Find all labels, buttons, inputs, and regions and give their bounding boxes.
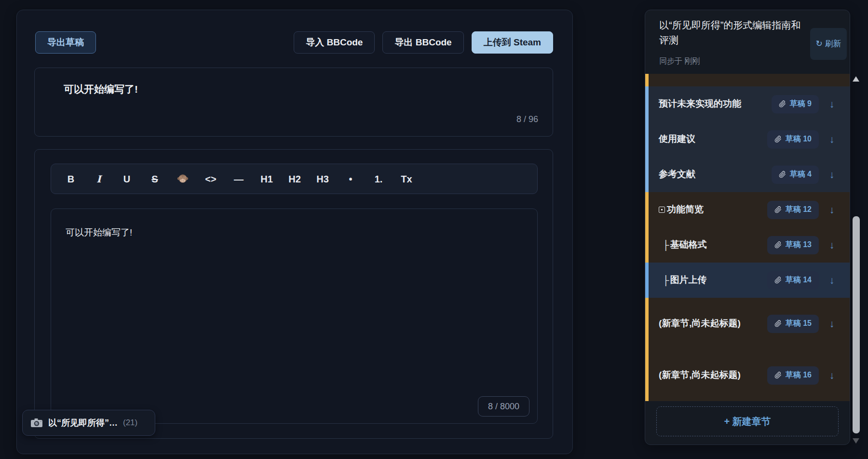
guide-title: 以“所见即所得”的形式编辑指南和评测 <box>659 18 806 48</box>
chapter-title: (新章节,尚未起标题) <box>659 317 745 331</box>
chapter-title: 预计未来实现的功能 <box>659 97 772 111</box>
paperclip-icon <box>779 100 786 108</box>
title-char-counter: 8 / 96 <box>516 114 538 125</box>
chapter-title: (新章节,尚未起标题) <box>659 368 745 382</box>
scroll-down-arrow-icon[interactable] <box>853 438 859 444</box>
format-toolbar: BIUS<>—H1H2H3•1.Tx <box>51 164 538 194</box>
title-text: 可以开始编写了! <box>64 83 138 96</box>
content-char-counter: 8 / 8000 <box>478 396 529 417</box>
title-input[interactable]: 可以开始编写了! 8 / 96 <box>34 68 553 137</box>
strikethrough-button[interactable]: S <box>141 169 169 189</box>
draft-badge-label: 草稿 10 <box>786 134 812 144</box>
draft-badge: 草稿 13 <box>767 236 819 254</box>
camera-icon <box>30 418 43 428</box>
draft-badge: 草稿 16 <box>767 366 819 385</box>
move-down-icon[interactable]: ↓ <box>822 169 842 181</box>
draft-tab-count: (21) <box>123 418 137 428</box>
draft-badge-label: 草稿 12 <box>786 205 812 215</box>
draft-badge: 草稿 4 <box>772 166 819 184</box>
new-chapter-button[interactable]: + 新建章节 <box>656 406 839 436</box>
chapter-title: 基础格式 <box>670 238 767 252</box>
chapter-item[interactable]: ├ 图片上传 草稿 14 ↓ <box>645 263 850 298</box>
editor-panel: 导出草稿 导入 BBCode 导出 BBCode 上传到 Steam 可以开始编… <box>16 10 573 454</box>
move-down-icon[interactable]: ↓ <box>822 370 842 381</box>
chapters-panel: 以“所见即所得”的形式编辑指南和评测 同步于 刚刚 ↻ 刷新 预计未来实现的功能… <box>645 10 850 445</box>
draft-badge-label: 草稿 13 <box>786 240 812 250</box>
content-editor-card: BIUS<>—H1H2H3•1.Tx 可以开始编写了! 8 / 8000 <box>34 149 553 439</box>
chapter-item[interactable]: 功能简览 草稿 12 ↓ <box>645 192 850 227</box>
draft-badge-label: 草稿 16 <box>786 370 812 380</box>
draft-badge-label: 草稿 14 <box>786 275 812 285</box>
h1-button[interactable]: H1 <box>253 169 281 189</box>
chapter-prefix-icon <box>659 207 665 213</box>
content-text: 可以开始编写了! <box>66 226 132 239</box>
move-down-icon[interactable]: ↓ <box>822 318 842 330</box>
chapter-item[interactable]: 预计未来实现的功能 草稿 9 ↓ <box>645 86 850 122</box>
paperclip-icon <box>779 171 786 178</box>
chapter-prefix-icon: ├ <box>663 240 669 250</box>
chapter-item-partial[interactable] <box>645 74 850 86</box>
chapter-list: 预计未来实现的功能 草稿 9 ↓ 使用建议 草稿 10 ↓ 参考文献 <box>645 74 850 401</box>
paperclip-icon <box>774 241 782 249</box>
chapter-title: 参考文献 <box>659 167 772 181</box>
clear-format-button[interactable]: Tx <box>393 169 420 189</box>
chapter-item[interactable]: (新章节,尚未起标题) 草稿 16 ↓ <box>645 349 850 401</box>
draft-badge: 草稿 14 <box>767 271 819 290</box>
draft-badge: 草稿 9 <box>772 95 819 113</box>
chapter-item[interactable]: 参考文献 草稿 4 ↓ <box>645 157 850 192</box>
move-down-icon[interactable]: ↓ <box>822 134 842 145</box>
scrollbar <box>853 72 860 448</box>
draft-tab[interactable]: 以“所见即所得”… (21) <box>22 410 155 436</box>
draft-tab-title: 以“所见即所得”… <box>48 417 118 429</box>
chapter-prefix-icon: ├ <box>663 275 669 286</box>
italic-button[interactable]: I <box>85 169 113 189</box>
draft-badge-label: 草稿 4 <box>790 169 812 180</box>
draft-badge: 草稿 15 <box>767 315 819 333</box>
code-button[interactable]: <> <box>197 169 225 189</box>
export-bbcode-button[interactable]: 导出 BBCode <box>382 31 463 54</box>
content-input[interactable]: 可以开始编写了! 8 / 8000 <box>51 209 538 424</box>
h3-button[interactable]: H3 <box>309 169 337 189</box>
paperclip-icon <box>774 136 782 143</box>
emoji-monkey-button[interactable] <box>169 169 197 189</box>
refresh-button[interactable]: ↻ 刷新 <box>810 28 847 60</box>
move-down-icon[interactable]: ↓ <box>822 98 842 110</box>
bbcode-button-group: 导入 BBCode 导出 BBCode 上传到 Steam <box>294 31 553 54</box>
draft-badge: 草稿 12 <box>767 201 819 219</box>
import-bbcode-button[interactable]: 导入 BBCode <box>294 31 375 54</box>
export-draft-button[interactable]: 导出草稿 <box>35 31 96 54</box>
scrollbar-thumb[interactable] <box>853 216 860 433</box>
chapter-item[interactable]: ├ 基础格式 草稿 13 ↓ <box>645 227 850 263</box>
draft-badge-label: 草稿 15 <box>786 319 812 329</box>
draft-badge-label: 草稿 9 <box>790 99 812 109</box>
move-down-icon[interactable]: ↓ <box>822 239 842 251</box>
ordered-list-button[interactable]: 1. <box>365 169 393 189</box>
paperclip-icon <box>774 372 782 379</box>
draft-badge: 草稿 10 <box>767 130 819 149</box>
move-down-icon[interactable]: ↓ <box>822 275 842 286</box>
paperclip-icon <box>774 206 782 213</box>
chapter-title: 图片上传 <box>670 273 767 287</box>
chapter-title: 使用建议 <box>659 132 767 146</box>
paperclip-icon <box>774 320 782 327</box>
divider-button[interactable]: — <box>225 169 253 189</box>
h2-button[interactable]: H2 <box>281 169 309 189</box>
underline-button[interactable]: U <box>113 169 141 189</box>
paperclip-icon <box>774 277 782 284</box>
sync-status: 同步于 刚刚 <box>659 56 700 67</box>
chapter-title: 功能简览 <box>667 203 767 217</box>
upload-to-steam-button[interactable]: 上传到 Steam <box>472 31 553 54</box>
scroll-up-arrow-icon[interactable] <box>853 76 859 82</box>
bullet-list-button[interactable]: • <box>337 169 365 189</box>
chapter-item[interactable]: 使用建议 草稿 10 ↓ <box>645 122 850 157</box>
move-down-icon[interactable]: ↓ <box>822 204 842 216</box>
bold-button[interactable]: B <box>57 169 85 189</box>
chapter-item[interactable]: (新章节,尚未起标题) 草稿 15 ↓ <box>645 298 850 349</box>
top-toolbar: 导出草稿 导入 BBCode 导出 BBCode 上传到 Steam <box>35 31 553 54</box>
